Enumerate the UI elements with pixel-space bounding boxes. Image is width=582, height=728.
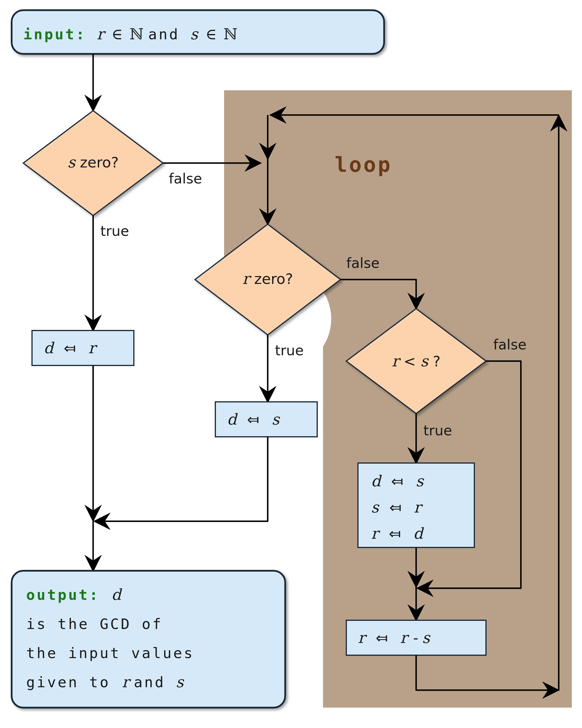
label-rzero-true: true [275, 342, 304, 359]
output-line3: given to r and s [26, 673, 184, 691]
process-d-assign-s-text: d ⤆ s [227, 411, 280, 428]
process-swap-line1: d ⤆ s [371, 472, 424, 490]
label-rls-false: false [493, 336, 526, 353]
label-szero-false: false [169, 171, 202, 187]
decision-r-zero-label: r zero? [242, 270, 293, 287]
process-swap-line2: s ⤆ r [371, 498, 423, 516]
loop-label: loop [335, 152, 392, 177]
process-swap-line3: r ⤆ d [371, 525, 424, 542]
input-text: input: r ∈ ℕ and s ∈ ℕ [23, 25, 238, 43]
label-rls-true: true [423, 422, 452, 439]
label-rzero-false: false [346, 255, 380, 271]
decision-s-zero-label: s zero? [67, 153, 119, 171]
process-subtract-text: r ⤆ r - s [358, 629, 431, 647]
decision-r-lt-s-label: r < s ? [392, 353, 441, 370]
output-line2: the input values [26, 645, 194, 661]
process-d-assign-r-text: d ⤆ r [44, 339, 98, 357]
output-line1: is the GCD of [26, 616, 163, 632]
label-szero-true: true [101, 223, 129, 239]
